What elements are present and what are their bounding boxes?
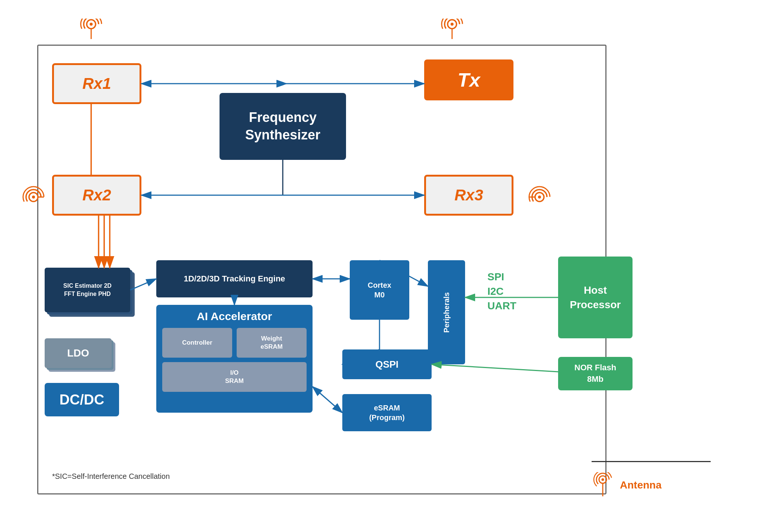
rx2-label: Rx2 — [82, 186, 111, 204]
nor-label: NOR Flash 8Mb — [574, 362, 616, 385]
footnote: *SIC=Self-Interference Cancellation — [52, 472, 170, 481]
cortex-m0-block: Cortex M0 — [350, 260, 409, 320]
sic-label: SIC Estimator 2D FFT Engine PHD — [63, 282, 112, 299]
svg-point-14 — [32, 196, 35, 199]
tx-label: Tx — [458, 69, 480, 91]
rx3-label: Rx3 — [454, 186, 483, 204]
weight-esram-label: WeighteSRAM — [260, 335, 283, 351]
qspi-block: QSPI — [342, 349, 432, 379]
i2c-label: I2C — [487, 284, 540, 299]
legend-antenna-icon — [592, 472, 614, 498]
svg-point-9 — [451, 23, 454, 26]
ldo-label: LDO — [67, 347, 89, 359]
dcdc-label: DC/DC — [60, 392, 104, 408]
antenna-rx3-right — [528, 186, 551, 208]
esram-label: eSRAM (Program) — [369, 403, 405, 422]
nor-flash-block: NOR Flash 8Mb — [558, 357, 633, 390]
freq-synth-block: Frequency Synthesizer — [220, 93, 346, 160]
antenna-legend-label: Antenna — [620, 479, 662, 491]
controller-box: Controller — [162, 328, 232, 358]
antenna-rx2-left — [22, 186, 45, 208]
peripherals-label: Peripherals — [442, 292, 451, 333]
diagram-container: Rx1 Tx Frequency Synthesizer Rx2 Rx3 SIC… — [15, 15, 722, 517]
uart-label: UART — [487, 299, 540, 313]
svg-point-4 — [90, 23, 93, 26]
spi-i2c-uart-block: SPI I2C UART — [487, 270, 540, 313]
rx2-block: Rx2 — [52, 175, 141, 216]
svg-point-19 — [538, 196, 541, 199]
cortex-label: Cortex M0 — [368, 280, 391, 300]
io-sram-label: I/OSRAM — [225, 369, 244, 385]
tracking-engine-block: 1D/2D/3D Tracking Engine — [156, 260, 313, 297]
host-label: Host Processor — [570, 283, 621, 312]
io-sram-box: I/OSRAM — [162, 362, 307, 392]
ai-accelerator-block: AI Accelerator Controller WeighteSRAM I/… — [156, 305, 313, 413]
spi-label: SPI — [487, 270, 540, 284]
freq-synth-label: Frequency Synthesizer — [245, 109, 320, 144]
rx1-label: Rx1 — [82, 75, 111, 93]
tracking-label: 1D/2D/3D Tracking Engine — [184, 274, 285, 284]
tx-block: Tx — [424, 59, 513, 100]
rx3-block: Rx3 — [424, 175, 513, 216]
rx1-block: Rx1 — [52, 63, 141, 104]
svg-point-24 — [602, 478, 604, 481]
legend-divider — [592, 461, 711, 462]
antenna-rx1-top — [80, 19, 102, 41]
peripherals-block: Peripherals — [428, 260, 465, 364]
dcdc-block: DC/DC — [45, 383, 119, 416]
qspi-label: QSPI — [375, 359, 398, 370]
esram-block: eSRAM (Program) — [342, 394, 432, 431]
ai-title: AI Accelerator — [197, 310, 272, 323]
ai-inner-row: Controller WeighteSRAM — [162, 328, 307, 358]
host-processor-block: Host Processor — [558, 257, 633, 338]
weight-esram-box: WeighteSRAM — [237, 328, 307, 358]
controller-label: Controller — [182, 339, 212, 347]
antenna-legend: Antenna — [592, 472, 662, 498]
antenna-tx-top — [441, 19, 463, 41]
